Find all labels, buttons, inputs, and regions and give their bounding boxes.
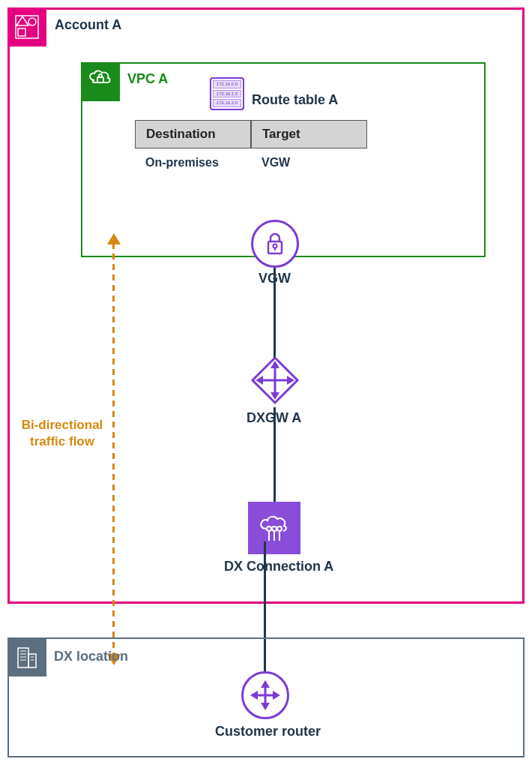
svg-rect-20: [28, 654, 36, 668]
svg-rect-4: [97, 77, 103, 82]
vgw-label: VGW: [259, 271, 291, 286]
account-label: Account A: [55, 17, 121, 33]
account-icon: [7, 8, 46, 46]
svg-marker-1: [16, 16, 28, 26]
svg-marker-31: [250, 691, 258, 700]
svg-marker-30: [261, 703, 270, 710]
dxgw-icon: [248, 353, 302, 407]
dx-location-label: DX location: [54, 649, 128, 664]
dx-location-icon: [7, 638, 46, 676]
route-table-title: Route table A: [252, 92, 338, 108]
svg-marker-29: [261, 680, 270, 688]
svg-point-6: [273, 244, 277, 248]
route-table-row: On-premises VGW: [135, 148, 367, 177]
svg-point-18: [277, 526, 282, 531]
svg-point-17: [272, 526, 276, 531]
traffic-flow-arrow: [112, 236, 115, 663]
customer-router-icon: [241, 671, 289, 719]
rt-cell-target: VGW: [251, 148, 367, 177]
svg-marker-32: [273, 691, 280, 700]
vpc-icon: [81, 62, 120, 101]
account-container: Account A VPC A 172.16.0.0172.16.1.0172.…: [7, 8, 525, 604]
rt-head-dest: Destination: [135, 120, 251, 148]
vgw-icon: [251, 220, 299, 268]
traffic-flow-label: Bi-directional traffic flow: [13, 417, 111, 450]
customer-router-label: Customer router: [215, 724, 321, 740]
arrow-up-icon: [107, 233, 121, 244]
route-table-header: Destination Target: [135, 120, 367, 148]
dx-connection-label: DX Connection A: [224, 559, 333, 574]
svg-point-16: [267, 526, 271, 531]
route-table: Destination Target On-premises VGW: [135, 120, 367, 177]
svg-point-2: [28, 18, 36, 26]
rt-head-target: Target: [251, 120, 367, 148]
dxgw-label: DXGW A: [247, 410, 301, 426]
vpc-label: VPC A: [127, 71, 168, 87]
svg-rect-3: [18, 28, 25, 36]
rt-cell-dest: On-premises: [135, 148, 251, 177]
dx-connection-icon: [248, 502, 300, 554]
route-table-icon: 172.16.0.0172.16.1.0172.16.2.0: [210, 77, 244, 110]
